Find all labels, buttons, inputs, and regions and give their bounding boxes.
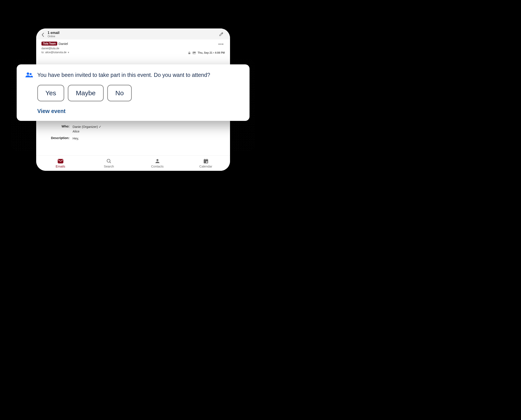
message-header: Tuta Team Daniel ••• daniel@tuta.de to: …	[36, 39, 230, 55]
svg-point-11	[27, 73, 29, 75]
event-attendee: Alice	[73, 129, 101, 134]
nav-contacts[interactable]: Contacts	[133, 156, 182, 171]
people-icon	[25, 72, 33, 78]
invitation-card: You have been invited to take part in th…	[17, 64, 249, 121]
bottom-nav: Emails Search Contacts Calendar	[36, 156, 230, 171]
compose-icon	[219, 32, 224, 36]
image-icon	[193, 52, 196, 54]
event-description-value: Hey,	[73, 136, 79, 141]
event-organizer: Danie (Organizer) ✓	[73, 125, 101, 129]
event-description-row: Description: Hey,	[44, 135, 222, 142]
nav-emails-label: Emails	[56, 165, 65, 168]
nav-emails[interactable]: Emails	[36, 156, 85, 171]
svg-line-4	[110, 162, 111, 163]
sender-tag-badge: Tuta Team	[41, 42, 57, 45]
chevron-left-icon	[41, 32, 45, 37]
to-prefix: to:	[41, 50, 44, 54]
rsvp-no-button[interactable]: No	[107, 85, 132, 101]
search-icon	[106, 158, 112, 164]
view-event-link[interactable]: View event	[37, 108, 241, 114]
person-icon	[155, 158, 160, 164]
rsvp-maybe-button[interactable]: Maybe	[68, 85, 104, 101]
header-status: Online	[47, 35, 59, 38]
svg-rect-9	[207, 159, 207, 160]
nav-search-label: Search	[104, 165, 114, 168]
svg-point-1	[193, 52, 194, 53]
nav-calendar[interactable]: Calendar	[182, 156, 230, 171]
calendar-icon	[203, 158, 209, 164]
lock-icon	[188, 52, 191, 54]
rsvp-yes-button[interactable]: Yes	[37, 85, 64, 101]
event-who-row: Who: Danie (Organizer) ✓ Alice	[44, 123, 222, 135]
nav-calendar-label: Calendar	[199, 165, 212, 168]
header-bar: 1 email Online	[36, 29, 230, 39]
back-button[interactable]	[40, 31, 46, 38]
compose-button[interactable]	[219, 31, 224, 37]
event-who-label: Who:	[44, 125, 73, 134]
svg-rect-10	[206, 161, 207, 163]
mail-icon	[58, 158, 63, 164]
svg-point-12	[30, 73, 31, 75]
sender-name: Daniel	[59, 42, 68, 45]
svg-rect-7	[204, 159, 208, 160]
event-description-label: Description:	[44, 136, 73, 141]
message-meta: Thu, Sep 21 • 4:08 PM	[188, 51, 225, 54]
sender-email: daniel@tuta.de	[41, 46, 225, 50]
event-who-value: Danie (Organizer) ✓ Alice	[73, 125, 101, 134]
nav-contacts-label: Contacts	[151, 165, 163, 168]
message-timestamp: Thu, Sep 21 • 4:08 PM	[198, 51, 225, 54]
header-count: 1 email	[47, 31, 59, 35]
recipient-email: alice@tutanota.de	[45, 50, 66, 54]
message-more-menu[interactable]: •••	[218, 42, 224, 47]
svg-rect-8	[205, 159, 205, 160]
chevron-down-icon: ▼	[67, 51, 70, 54]
nav-search[interactable]: Search	[85, 156, 133, 171]
invitation-prompt: You have been invited to take part in th…	[37, 71, 210, 79]
svg-point-5	[156, 159, 158, 161]
